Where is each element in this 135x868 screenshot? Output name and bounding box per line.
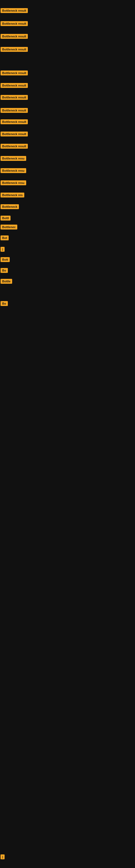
bottleneck-label: Bottleneck res: [1, 193, 24, 197]
bottleneck-label: |: [1, 247, 5, 252]
bottleneck-label: Bottleneck result: [1, 83, 28, 88]
bottleneck-label: Bot: [1, 236, 9, 240]
bottleneck-label: Bottleneck result: [1, 21, 28, 26]
bottleneck-label: Bottleneck result: [1, 70, 28, 75]
bottleneck-label: Bottleneck resu: [1, 180, 26, 185]
bottleneck-label: Bottleneck result: [1, 34, 28, 39]
bottleneck-label: Bottl: [1, 216, 10, 220]
bottleneck-label: Bott: [1, 257, 10, 262]
bottleneck-label: Bottleneck resu: [1, 168, 26, 173]
bottleneck-label: Bottlenec: [1, 225, 17, 229]
bottleneck-label: Bottleneck result: [1, 95, 28, 100]
bottleneck-label: Bottle: [1, 279, 12, 284]
bottleneck-label: Bottleneck result: [1, 108, 28, 113]
bottleneck-label: Bottleneck: [1, 204, 19, 209]
bottleneck-label: Bottleneck result: [1, 119, 28, 124]
site-title: [0, 0, 135, 3]
bottleneck-label: |: [1, 855, 5, 859]
bottleneck-label: Bottleneck resu: [1, 156, 26, 161]
bottleneck-label: Bottleneck result: [1, 47, 28, 52]
bottleneck-label: Bo: [1, 268, 8, 273]
bottleneck-label: Bottleneck result: [1, 131, 28, 136]
bottleneck-label: Bottleneck result: [1, 144, 28, 149]
bottleneck-label: Bottleneck result: [1, 8, 28, 13]
bottleneck-label: Bo: [1, 301, 8, 306]
